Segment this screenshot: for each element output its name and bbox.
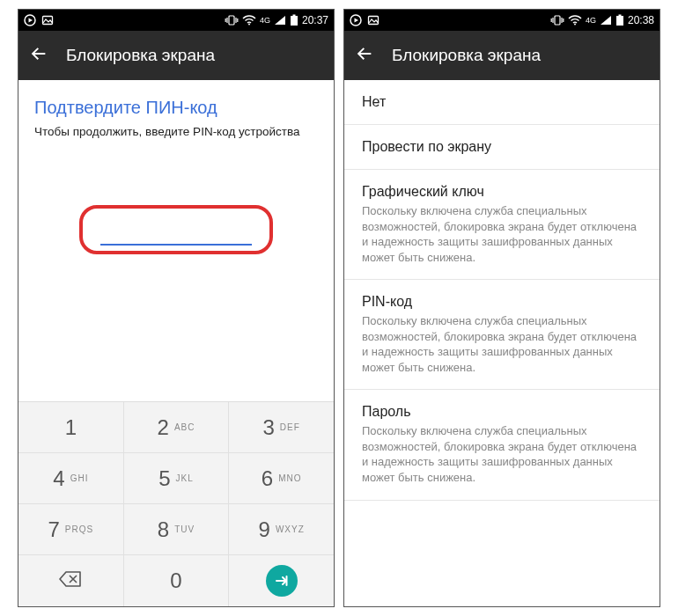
keypad-backspace[interactable] — [18, 555, 124, 606]
option-swipe[interactable]: Провести по экрану — [344, 125, 660, 170]
signal-icon — [600, 15, 612, 26]
option-description: Поскольку включена служба специальных во… — [362, 313, 642, 375]
option-none[interactable]: Нет — [344, 80, 660, 125]
wifi-icon — [242, 15, 256, 26]
option-description: Поскольку включена служба специальных во… — [362, 203, 642, 265]
phone-left: 4G 20:37 Блокировка экрана Подтвердите П… — [18, 9, 335, 607]
option-pin[interactable]: PIN-код Поскольку включена служба специа… — [344, 280, 660, 390]
keypad-7[interactable]: 7PRQS — [18, 504, 124, 554]
numeric-keypad: 1 2ABC 3DEF 4GHI 5JKL 6MNO 7PRQS 8TUV 9W… — [18, 401, 334, 606]
status-bar: 4G 20:37 — [18, 10, 334, 31]
keypad-9[interactable]: 9WXYZ — [229, 504, 334, 554]
keypad-0[interactable]: 0 — [124, 555, 230, 606]
back-icon[interactable] — [29, 44, 48, 67]
svg-rect-12 — [618, 15, 621, 17]
keypad-enter[interactable] — [229, 555, 334, 606]
option-label: Пароль — [362, 404, 642, 420]
network-label: 4G — [260, 16, 270, 25]
svg-rect-5 — [292, 15, 295, 17]
phone-right: 4G 20:38 Блокировка экрана Нет Провести … — [343, 9, 660, 607]
svg-rect-4 — [291, 16, 298, 26]
keypad-4[interactable]: 4GHI — [18, 453, 124, 503]
svg-point-10 — [574, 24, 576, 26]
pin-confirm-content: Подтвердите ПИН-код Чтобы продолжить, вв… — [18, 80, 334, 254]
pin-input[interactable] — [100, 219, 252, 231]
lock-options-list: Нет Провести по экрану Графический ключ … — [344, 80, 660, 501]
pin-underline — [100, 244, 252, 246]
keypad-1[interactable]: 1 — [18, 402, 124, 452]
keypad-2[interactable]: 2ABC — [124, 402, 230, 452]
keypad-8[interactable]: 8TUV — [124, 504, 230, 554]
backspace-icon — [59, 571, 82, 590]
keypad-5[interactable]: 5JKL — [124, 453, 230, 503]
svg-rect-8 — [369, 17, 379, 25]
option-label: Графический ключ — [362, 184, 642, 200]
svg-rect-2 — [229, 16, 234, 25]
confirm-title: Подтвердите ПИН-код — [18, 80, 334, 125]
svg-rect-1 — [43, 17, 53, 25]
battery-icon — [290, 14, 298, 26]
option-description: Поскольку включена служба специальных во… — [362, 423, 642, 485]
clock-label: 20:38 — [628, 14, 654, 26]
gallery-icon — [367, 14, 380, 26]
enter-icon — [266, 565, 298, 597]
keypad-6[interactable]: 6MNO — [229, 453, 334, 503]
vibrate-icon — [550, 15, 564, 26]
signal-icon — [274, 15, 286, 26]
option-label: Провести по экрану — [362, 139, 642, 155]
play-icon — [24, 14, 36, 26]
app-title: Блокировка экрана — [66, 46, 215, 65]
option-password[interactable]: Пароль Поскольку включена служба специал… — [344, 390, 660, 500]
svg-point-3 — [248, 24, 250, 26]
svg-rect-11 — [616, 16, 623, 26]
battery-icon — [615, 14, 624, 26]
option-pattern[interactable]: Графический ключ Поскольку включена служ… — [344, 170, 660, 280]
option-label: PIN-код — [362, 294, 642, 310]
gallery-icon — [41, 14, 54, 26]
svg-rect-9 — [555, 16, 560, 25]
pin-input-highlight — [79, 205, 273, 254]
play-icon — [350, 14, 362, 26]
option-label: Нет — [362, 94, 642, 110]
keypad-3[interactable]: 3DEF — [229, 402, 334, 452]
vibrate-icon — [225, 15, 239, 26]
app-bar: Блокировка экрана — [18, 31, 334, 80]
wifi-icon — [568, 15, 582, 26]
app-bar: Блокировка экрана — [344, 31, 660, 80]
status-bar: 4G 20:38 — [344, 10, 660, 31]
confirm-subtitle: Чтобы продолжить, введите PIN-код устрой… — [18, 125, 334, 156]
app-title: Блокировка экрана — [392, 46, 541, 65]
network-label: 4G — [586, 16, 596, 25]
back-icon[interactable] — [355, 44, 374, 67]
clock-label: 20:37 — [302, 14, 328, 26]
